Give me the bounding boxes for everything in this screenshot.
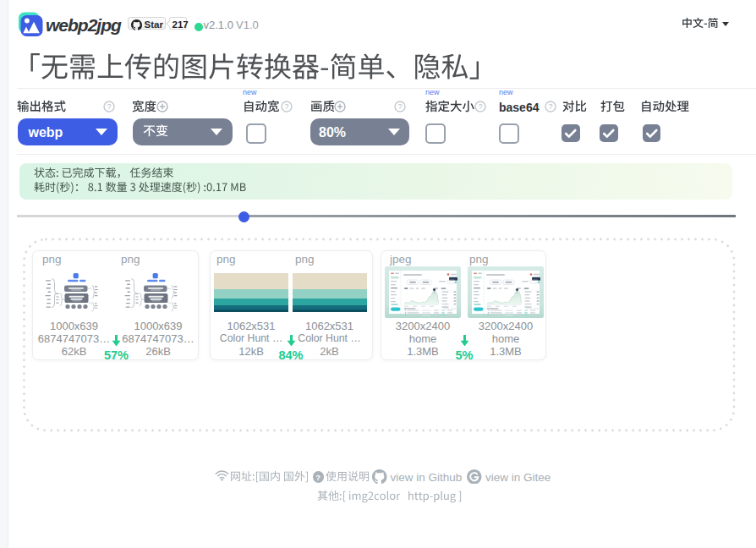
svg-text:?: ? [478, 102, 482, 111]
svg-text:?: ? [548, 102, 552, 111]
svg-text:?: ? [397, 102, 402, 111]
svg-text:?: ? [284, 102, 288, 111]
svg-text:?: ? [107, 102, 111, 111]
